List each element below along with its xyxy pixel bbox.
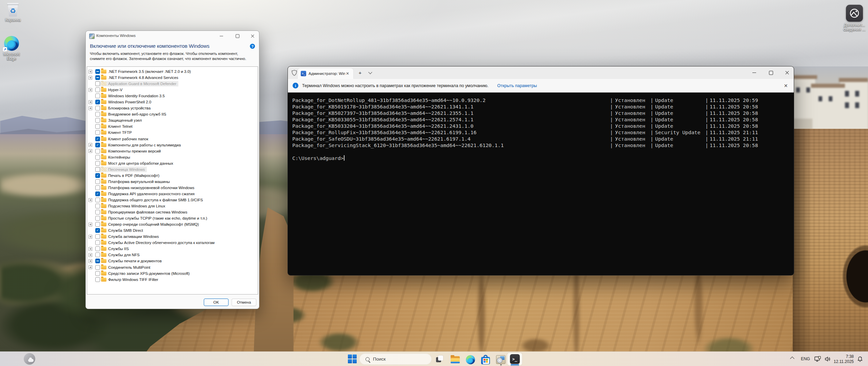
- expand-icon[interactable]: [88, 259, 92, 263]
- feature-item[interactable]: Средство записи XPS-документов (Microsof…: [87, 270, 258, 277]
- features-tree[interactable]: .NET Framework 3.5 (включает .NET 2.0 и …: [87, 66, 258, 294]
- terminal-taskbar-button[interactable]: >_: [507, 353, 522, 365]
- installer-taskbar-button[interactable]: [495, 353, 507, 366]
- task-view-button[interactable]: [434, 353, 446, 366]
- expand-icon[interactable]: [88, 88, 92, 92]
- terminal-titlebar[interactable]: >_ Администратор: Windows Pc ✕ +: [288, 66, 794, 79]
- start-button[interactable]: [348, 354, 357, 363]
- feature-item[interactable]: Служба активации Windows: [87, 233, 258, 240]
- feature-checkbox[interactable]: [95, 112, 100, 117]
- feature-item[interactable]: Компоненты прежних версий: [87, 148, 258, 154]
- feature-checkbox[interactable]: [95, 277, 100, 282]
- feature-item[interactable]: Службы IIS: [87, 246, 258, 252]
- feature-item[interactable]: ✓Поддержка API удаленного разностного сж…: [87, 191, 258, 197]
- feature-item[interactable]: ✓Компоненты для работы с мультимедиа: [87, 142, 258, 148]
- notification-bell-icon[interactable]: z: [857, 356, 863, 362]
- feature-item[interactable]: Песочница Windows: [87, 166, 258, 172]
- expand-icon[interactable]: [88, 265, 92, 269]
- widgets-weather-icon[interactable]: [24, 353, 35, 365]
- expand-icon[interactable]: [88, 253, 92, 257]
- feature-checkbox[interactable]: ✓: [95, 137, 100, 141]
- tab-close-icon[interactable]: ✕: [346, 72, 349, 76]
- feature-checkbox[interactable]: ✓: [95, 143, 100, 147]
- terminal-minimize-button[interactable]: [746, 66, 762, 79]
- feature-item[interactable]: Hyper-V: [87, 87, 258, 93]
- dialog-maximize-button[interactable]: [230, 31, 245, 41]
- feature-checkbox[interactable]: [95, 198, 100, 202]
- terminal-close-button[interactable]: [779, 66, 794, 79]
- taskbar-clock[interactable]: 7:38 12.11.2025: [824, 354, 854, 364]
- feature-checkbox[interactable]: [95, 167, 100, 172]
- cancel-button[interactable]: Отмена: [232, 299, 256, 306]
- expand-icon[interactable]: [88, 143, 92, 147]
- feature-item[interactable]: Клиент Telnet: [87, 123, 258, 129]
- feature-checkbox[interactable]: [95, 130, 100, 135]
- new-tab-button[interactable]: +: [355, 66, 365, 79]
- feature-checkbox[interactable]: [95, 155, 100, 160]
- feature-item[interactable]: .NET Framework 4.8 Advanced Services: [87, 75, 258, 81]
- feature-item[interactable]: Службы Active Directory облегченного дос…: [87, 240, 258, 246]
- microsoft-store-button[interactable]: [479, 353, 492, 366]
- feature-checkbox[interactable]: [95, 118, 100, 123]
- expand-icon[interactable]: [88, 235, 92, 239]
- edge-taskbar-button[interactable]: [464, 353, 476, 366]
- tray-chevron-icon[interactable]: [790, 356, 795, 361]
- desktop-icon-edge[interactable]: ↗ Microsoft Edge: [1, 36, 22, 61]
- tab-dropdown-button[interactable]: [365, 66, 375, 79]
- feature-item[interactable]: Защищенный узел: [87, 117, 258, 123]
- feature-checkbox[interactable]: [95, 240, 100, 245]
- feature-checkbox[interactable]: [95, 246, 100, 251]
- feature-checkbox[interactable]: [95, 124, 100, 129]
- feature-checkbox[interactable]: [95, 271, 100, 276]
- feature-item[interactable]: Соединитель MultiPoint: [87, 264, 258, 270]
- feature-checkbox[interactable]: ✓: [95, 173, 100, 178]
- feature-checkbox[interactable]: [95, 222, 100, 227]
- feature-checkbox[interactable]: [95, 252, 100, 257]
- feature-item[interactable]: Клиент TFTP: [87, 129, 258, 136]
- feature-checkbox[interactable]: [95, 265, 100, 270]
- feature-checkbox[interactable]: [95, 185, 100, 190]
- feature-checkbox[interactable]: [95, 94, 100, 98]
- expand-icon[interactable]: [88, 76, 92, 80]
- terminal-maximize-button[interactable]: [763, 66, 779, 79]
- feature-checkbox[interactable]: [95, 69, 100, 74]
- feature-checkbox[interactable]: [95, 149, 100, 154]
- feature-item[interactable]: ✓Служба SMB Direct: [87, 227, 258, 233]
- feature-checkbox[interactable]: [95, 161, 100, 166]
- feature-checkbox[interactable]: [95, 234, 100, 239]
- file-explorer-button[interactable]: [449, 353, 461, 366]
- desktop-icon-recycle-bin[interactable]: ♻ Корзина: [2, 3, 24, 22]
- expand-icon[interactable]: [88, 106, 92, 110]
- language-indicator[interactable]: ENG: [801, 357, 810, 361]
- open-settings-link[interactable]: Открыть параметры: [497, 83, 537, 88]
- taskbar-search[interactable]: Поиск: [359, 353, 432, 365]
- feature-item[interactable]: Платформа виртуальной машины: [87, 179, 258, 185]
- expand-icon[interactable]: [88, 149, 92, 153]
- feature-item[interactable]: Службы для NFS: [87, 252, 258, 258]
- feature-checkbox[interactable]: [95, 75, 100, 80]
- feature-checkbox[interactable]: [95, 204, 100, 208]
- feature-item[interactable]: Application Guard в Microsoft Defender: [87, 81, 258, 87]
- feature-checkbox[interactable]: [95, 216, 100, 221]
- feature-item[interactable]: Мост для центра обработки данных: [87, 160, 258, 166]
- feature-checkbox[interactable]: [95, 87, 100, 92]
- feature-item[interactable]: .NET Framework 3.5 (включает .NET 2.0 и …: [87, 68, 258, 75]
- feature-checkbox[interactable]: [95, 106, 100, 110]
- feature-item[interactable]: Проецируемая файловая система Windows: [87, 209, 258, 215]
- feature-item[interactable]: Платформа низкоуровневой оболочки Window…: [87, 185, 258, 191]
- feature-checkbox[interactable]: [95, 179, 100, 184]
- terminal-content[interactable]: Package_for_DotNetRollup_481~31bf3856ad3…: [292, 97, 791, 274]
- feature-item[interactable]: Подсистема Windows для Linux: [87, 203, 258, 209]
- dialog-titlebar[interactable]: Компоненты Windows: [86, 31, 259, 41]
- feature-item[interactable]: Блокировка устройства: [87, 105, 258, 111]
- expand-icon[interactable]: [88, 70, 92, 74]
- feature-checkbox[interactable]: [95, 210, 100, 215]
- dialog-minimize-button[interactable]: [214, 31, 229, 41]
- feature-item[interactable]: ✓Печать в PDF (Майкрософт): [87, 172, 258, 179]
- feature-item[interactable]: Контейнеры: [87, 154, 258, 160]
- dialog-close-button[interactable]: [245, 31, 260, 41]
- help-icon[interactable]: ?: [250, 44, 255, 49]
- feature-item[interactable]: Внедряемое веб-ядро служб IIS: [87, 111, 258, 117]
- feature-item[interactable]: Поддержка общего доступа к файлам SMB 1.…: [87, 197, 258, 203]
- ok-button[interactable]: OK: [204, 299, 229, 306]
